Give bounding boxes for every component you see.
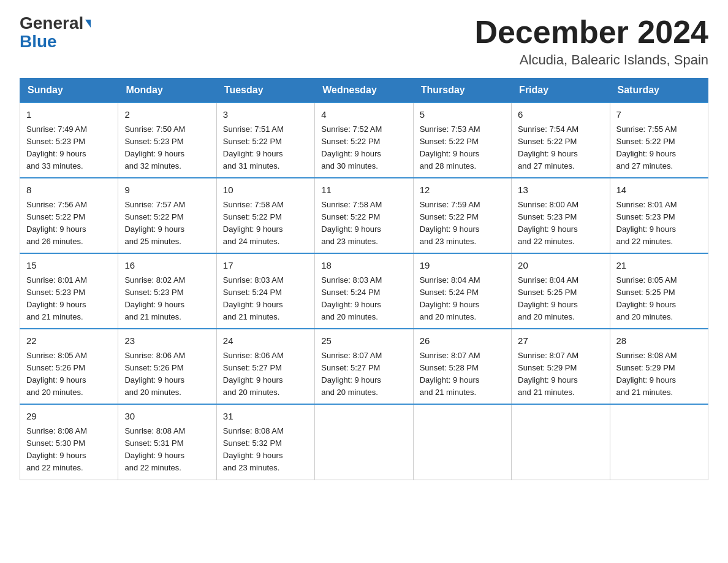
week-row-4: 22Sunrise: 8:05 AMSunset: 5:26 PMDayligh… [20,329,708,404]
calendar-cell [512,404,610,480]
day-info: Sunrise: 8:02 AMSunset: 5:23 PMDaylight:… [124,274,210,324]
day-number: 12 [420,183,505,197]
day-info: Sunrise: 8:07 AMSunset: 5:29 PMDaylight:… [518,350,603,399]
calendar-cell: 15Sunrise: 8:01 AMSunset: 5:23 PMDayligh… [20,253,118,329]
header-friday: Friday [512,79,610,103]
day-info: Sunrise: 7:58 AMSunset: 5:22 PMDaylight:… [223,199,308,248]
day-info: Sunrise: 8:06 AMSunset: 5:26 PMDaylight:… [124,350,210,399]
calendar-cell: 11Sunrise: 7:58 AMSunset: 5:22 PMDayligh… [315,178,413,253]
day-info: Sunrise: 8:01 AMSunset: 5:23 PMDaylight:… [616,199,702,248]
header-tuesday: Tuesday [216,79,314,103]
day-info: Sunrise: 7:49 AMSunset: 5:23 PMDaylight:… [26,123,112,173]
header-sunday: Sunday [20,79,118,103]
day-number: 14 [616,183,702,197]
location-title: Alcudia, Balearic Islands, Spain [474,52,708,68]
day-number: 21 [616,259,702,273]
calendar-cell: 9Sunrise: 7:57 AMSunset: 5:22 PMDaylight… [118,178,216,253]
day-info: Sunrise: 8:08 AMSunset: 5:29 PMDaylight:… [616,350,702,399]
calendar-cell [315,404,413,480]
day-number: 22 [26,334,112,348]
calendar-cell: 3Sunrise: 7:51 AMSunset: 5:22 PMDaylight… [216,102,314,178]
day-number: 10 [223,183,308,197]
calendar-cell: 7Sunrise: 7:55 AMSunset: 5:22 PMDaylight… [610,102,708,178]
day-info: Sunrise: 7:51 AMSunset: 5:22 PMDaylight:… [223,123,308,173]
day-number: 16 [124,259,210,273]
day-number: 3 [223,108,308,122]
calendar-table: SundayMondayTuesdayWednesdayThursdayFrid… [20,78,708,480]
header-monday: Monday [118,79,216,103]
day-info: Sunrise: 8:08 AMSunset: 5:32 PMDaylight:… [223,425,308,475]
calendar-cell: 5Sunrise: 7:53 AMSunset: 5:22 PMDaylight… [413,102,511,178]
day-number: 23 [124,334,210,348]
header-saturday: Saturday [610,79,708,103]
day-info: Sunrise: 8:08 AMSunset: 5:31 PMDaylight:… [124,425,210,475]
page-header: General Blue December 2024 Alcudia, Bale… [20,15,708,68]
day-info: Sunrise: 8:05 AMSunset: 5:26 PMDaylight:… [26,350,112,399]
logo-line2: Blue [20,33,57,50]
day-number: 13 [518,183,603,197]
logo-line1: General [20,15,91,32]
day-info: Sunrise: 7:53 AMSunset: 5:22 PMDaylight:… [420,123,505,173]
day-info: Sunrise: 7:50 AMSunset: 5:23 PMDaylight:… [124,123,210,173]
calendar-cell: 18Sunrise: 8:03 AMSunset: 5:24 PMDayligh… [315,253,413,329]
day-number: 2 [124,108,210,122]
calendar-cell: 12Sunrise: 7:59 AMSunset: 5:22 PMDayligh… [413,178,511,253]
calendar-cell: 17Sunrise: 8:03 AMSunset: 5:24 PMDayligh… [216,253,314,329]
calendar-cell: 29Sunrise: 8:08 AMSunset: 5:30 PMDayligh… [20,404,118,480]
day-number: 7 [616,108,702,122]
day-number: 1 [26,108,112,122]
calendar-cell [413,404,511,480]
day-number: 24 [223,334,308,348]
calendar-cell: 10Sunrise: 7:58 AMSunset: 5:22 PMDayligh… [216,178,314,253]
day-info: Sunrise: 8:01 AMSunset: 5:23 PMDaylight:… [26,274,112,324]
day-number: 18 [321,259,406,273]
day-number: 28 [616,334,702,348]
calendar-cell: 4Sunrise: 7:52 AMSunset: 5:22 PMDaylight… [315,102,413,178]
logo: General Blue [20,15,91,50]
calendar-cell: 8Sunrise: 7:56 AMSunset: 5:22 PMDaylight… [20,178,118,253]
day-info: Sunrise: 7:52 AMSunset: 5:22 PMDaylight:… [321,123,406,173]
day-info: Sunrise: 8:04 AMSunset: 5:24 PMDaylight:… [420,274,505,324]
calendar-cell: 28Sunrise: 8:08 AMSunset: 5:29 PMDayligh… [610,329,708,404]
day-number: 15 [26,259,112,273]
calendar-cell: 22Sunrise: 8:05 AMSunset: 5:26 PMDayligh… [20,329,118,404]
calendar-cell [610,404,708,480]
calendar-cell: 20Sunrise: 8:04 AMSunset: 5:25 PMDayligh… [512,253,610,329]
day-number: 31 [223,410,308,424]
calendar-cell: 6Sunrise: 7:54 AMSunset: 5:22 PMDaylight… [512,102,610,178]
day-number: 8 [26,183,112,197]
day-number: 6 [518,108,603,122]
title-area: December 2024 Alcudia, Balearic Islands,… [474,15,708,68]
calendar-cell: 30Sunrise: 8:08 AMSunset: 5:31 PMDayligh… [118,404,216,480]
day-number: 29 [26,410,112,424]
day-number: 17 [223,259,308,273]
calendar-cell: 26Sunrise: 8:07 AMSunset: 5:28 PMDayligh… [413,329,511,404]
week-row-1: 1Sunrise: 7:49 AMSunset: 5:23 PMDaylight… [20,102,708,178]
day-number: 20 [518,259,603,273]
day-info: Sunrise: 7:59 AMSunset: 5:22 PMDaylight:… [420,199,505,248]
day-info: Sunrise: 7:55 AMSunset: 5:22 PMDaylight:… [616,123,702,173]
day-info: Sunrise: 7:56 AMSunset: 5:22 PMDaylight:… [26,199,112,248]
header-wednesday: Wednesday [315,79,413,103]
day-number: 26 [420,334,505,348]
day-info: Sunrise: 7:54 AMSunset: 5:22 PMDaylight:… [518,123,603,173]
calendar-cell: 13Sunrise: 8:00 AMSunset: 5:23 PMDayligh… [512,178,610,253]
header-thursday: Thursday [413,79,511,103]
calendar-header-row: SundayMondayTuesdayWednesdayThursdayFrid… [20,79,708,103]
week-row-3: 15Sunrise: 8:01 AMSunset: 5:23 PMDayligh… [20,253,708,329]
week-row-2: 8Sunrise: 7:56 AMSunset: 5:22 PMDaylight… [20,178,708,253]
calendar-cell: 25Sunrise: 8:07 AMSunset: 5:27 PMDayligh… [315,329,413,404]
day-number: 9 [124,183,210,197]
day-info: Sunrise: 8:08 AMSunset: 5:30 PMDaylight:… [26,425,112,475]
day-info: Sunrise: 8:05 AMSunset: 5:25 PMDaylight:… [616,274,702,324]
calendar-cell: 21Sunrise: 8:05 AMSunset: 5:25 PMDayligh… [610,253,708,329]
month-title: December 2024 [474,15,708,50]
week-row-5: 29Sunrise: 8:08 AMSunset: 5:30 PMDayligh… [20,404,708,480]
day-info: Sunrise: 8:07 AMSunset: 5:27 PMDaylight:… [321,350,406,399]
day-number: 5 [420,108,505,122]
day-number: 27 [518,334,603,348]
calendar-cell: 14Sunrise: 8:01 AMSunset: 5:23 PMDayligh… [610,178,708,253]
day-info: Sunrise: 8:03 AMSunset: 5:24 PMDaylight:… [321,274,406,324]
calendar-cell: 2Sunrise: 7:50 AMSunset: 5:23 PMDaylight… [118,102,216,178]
calendar-cell: 16Sunrise: 8:02 AMSunset: 5:23 PMDayligh… [118,253,216,329]
